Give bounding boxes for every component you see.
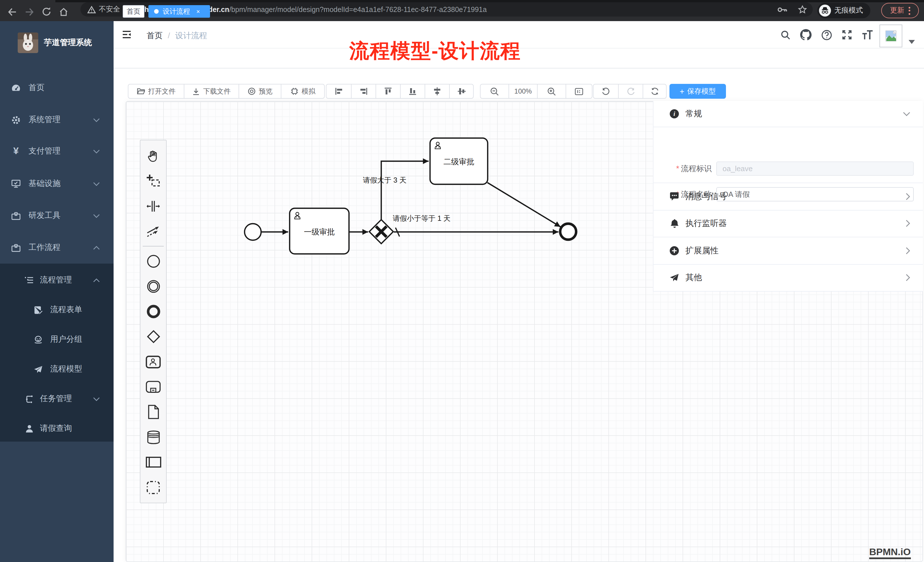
align-right-button[interactable] (351, 84, 375, 98)
save-model-label: 保存模型 (687, 87, 716, 96)
back-button[interactable] (3, 4, 21, 20)
start-event[interactable] (244, 224, 261, 240)
browser-active-tab[interactable] (0, 0, 56, 2)
sidebar-item-process-form[interactable]: 流程表单 (0, 294, 114, 326)
tab-close-icon[interactable]: × (196, 8, 200, 15)
process-key-input[interactable] (716, 162, 914, 176)
breadcrumb-separator: / (168, 31, 170, 40)
align-bottom-button[interactable] (400, 84, 424, 98)
align-top-button[interactable] (375, 84, 400, 98)
download-icon (192, 88, 200, 95)
align-left-icon (335, 87, 343, 95)
incognito-badge: 无痕模式 (817, 3, 870, 18)
undo-button[interactable] (594, 84, 618, 98)
task-second-approval[interactable]: 二级审批 (430, 138, 488, 184)
sidebar-item-label: 首页 (28, 83, 45, 93)
forward-button[interactable] (21, 4, 38, 20)
refresh-icon (650, 87, 659, 95)
save-model-button[interactable]: + 保存模型 (669, 84, 726, 99)
chevron-up-icon (93, 246, 100, 250)
font-size-icon[interactable] (862, 30, 873, 40)
bpmn-io-watermark[interactable]: BPMN.iO (869, 547, 910, 559)
sidebar-item-home[interactable]: 首页 (0, 72, 114, 104)
home-button[interactable] (55, 4, 72, 20)
folder-open-icon (137, 88, 145, 95)
not-secure-warning-icon (87, 5, 96, 13)
chevron-up-icon (93, 278, 100, 282)
simulate-button[interactable]: 模拟 (281, 84, 324, 98)
sidebar-item-workflow[interactable]: 工作流程 (0, 232, 114, 264)
reload-icon (41, 7, 51, 16)
zoom-reset-button[interactable] (566, 84, 592, 98)
reload-button[interactable] (38, 4, 55, 20)
fullscreen-icon[interactable] (842, 30, 852, 40)
properties-panel: i 常规 *流程标识 *流程名称 消息与信号 (653, 101, 923, 292)
zoom-out-button[interactable] (480, 84, 508, 98)
panel-section-general[interactable]: i 常规 (654, 101, 923, 127)
sidebar-item-system[interactable]: 系统管理 (0, 104, 114, 136)
help-icon[interactable] (821, 29, 832, 40)
download-file-button[interactable]: 下载文件 (184, 84, 238, 98)
restart-button[interactable] (643, 84, 666, 98)
align-bottom-icon (409, 87, 417, 95)
sidebar-item-devtools[interactable]: 研发工具 (0, 200, 114, 232)
sidebar-item-task-mgmt[interactable]: 任务管理 (0, 383, 114, 415)
open-file-button[interactable]: 打开文件 (128, 84, 184, 98)
tab-home[interactable]: 首页 (123, 5, 144, 18)
flow-label-le1[interactable]: 请假小于等于 1 天 (393, 214, 451, 222)
avatar[interactable] (879, 24, 902, 47)
search-icon[interactable] (781, 30, 790, 40)
zoom-level[interactable]: 100% (508, 84, 537, 98)
tab-design-process[interactable]: 设计流程 × (148, 5, 210, 18)
sidebar-collapse-button[interactable] (122, 30, 131, 39)
forward-icon (24, 7, 34, 16)
sidebar-item-infra[interactable]: 基础设施 (0, 168, 114, 200)
zoom-out-icon (490, 87, 499, 96)
zoom-level-value: 100% (514, 87, 532, 95)
align-left-button[interactable] (327, 84, 351, 98)
sidebar-item-label: 基础设施 (28, 178, 60, 189)
incognito-icon (819, 4, 831, 16)
breadcrumb-home[interactable]: 首页 (147, 31, 163, 41)
browser-update-button[interactable]: 更新 (881, 3, 919, 18)
sidebar-item-process-model[interactable]: 流程模型 (0, 353, 114, 385)
avatar-caret-icon[interactable] (909, 40, 915, 44)
chevron-down-icon (93, 118, 100, 122)
sidebar-item-label: 请假查询 (40, 423, 72, 434)
flow-gateway-to-task2[interactable] (381, 161, 429, 219)
align-center-horizontal-button[interactable] (424, 84, 449, 98)
sidebar-item-label: 系统管理 (28, 115, 60, 125)
redo-button[interactable] (618, 84, 643, 98)
sidebar-item-user-groups[interactable]: 用户分组 (0, 324, 114, 355)
browser-menu-icon[interactable] (908, 7, 910, 15)
sidebar-item-payment[interactable]: ¥ 支付管理 (0, 135, 114, 167)
sidebar-item-process-mgmt[interactable]: 流程管理 (0, 264, 114, 296)
hamburger-collapse-icon (122, 30, 131, 39)
panel-section-extensions[interactable]: 扩展属性 (654, 237, 923, 264)
task-first-approval[interactable]: 一级审批 (290, 208, 349, 254)
end-event[interactable] (560, 224, 576, 240)
tab-label: 设计流程 (163, 7, 190, 16)
chevron-down-icon (93, 214, 100, 218)
flow-label-gt3[interactable]: 请假大于 3 天 (363, 176, 406, 184)
preview-button[interactable]: 预览 (238, 84, 281, 98)
panel-section-other[interactable]: 其他 (654, 264, 923, 291)
bookmark-star-icon[interactable] (798, 5, 807, 14)
sidebar-item-leave-query[interactable]: 请假查询 (0, 412, 114, 445)
align-center-vertical-button[interactable] (449, 84, 473, 98)
sidebar-item-label: 流程管理 (40, 275, 72, 285)
exclusive-gateway[interactable] (369, 220, 393, 244)
panel-section-messages[interactable]: 消息与信号 (654, 183, 923, 210)
section-title: 常规 (686, 108, 702, 119)
flow-task2-to-end[interactable] (488, 183, 561, 227)
panel-section-listeners[interactable]: 执行监听器 (654, 210, 923, 237)
history-button-group (593, 84, 667, 99)
section-title: 消息与信号 (686, 191, 727, 202)
password-key-icon[interactable] (777, 6, 788, 13)
zoom-in-button[interactable] (537, 84, 566, 98)
sidebar-logo-row[interactable]: 芋道管理系统 (0, 21, 114, 64)
group-face-icon (34, 335, 43, 344)
plus-icon: + (680, 87, 684, 96)
zoom-in-icon (548, 87, 556, 96)
github-icon[interactable] (800, 29, 812, 40)
